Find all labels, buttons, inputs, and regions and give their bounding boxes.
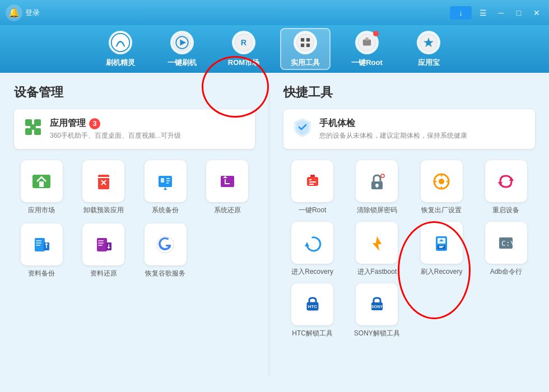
right-panel: 快捷工具 手机体检 您的设备从未体检，建议定期体检，保持系统健康 bbox=[269, 73, 549, 392]
svg-point-55 bbox=[381, 174, 384, 178]
left-panel: 设备管理 应用管理 3 360手机助手、百度桌面、百度视频...可升级 bbox=[0, 73, 269, 392]
tool-restore[interactable]: 系统还原 bbox=[200, 160, 255, 215]
svg-rect-36 bbox=[36, 245, 40, 246]
svg-point-19 bbox=[30, 124, 36, 130]
app-mgmt-subtitle: 360手机助手、百度桌面、百度视频...可升级 bbox=[50, 131, 246, 141]
backup-icon bbox=[145, 160, 187, 202]
tool-appstore[interactable]: 应用市场 bbox=[14, 160, 69, 215]
tool-restart[interactable]: 重启设备 bbox=[477, 160, 535, 215]
svg-rect-32 bbox=[221, 176, 234, 187]
close-button[interactable]: ✕ bbox=[530, 6, 543, 20]
svg-text:HTC: HTC bbox=[308, 304, 317, 309]
tool-fastboot[interactable]: 进入Fastboot bbox=[348, 222, 406, 277]
nav-label-brush: 刷机精灵 bbox=[106, 58, 135, 68]
restart-label: 重启设备 bbox=[492, 206, 519, 215]
uninstall-label: 卸载预装应用 bbox=[83, 206, 124, 215]
nav-item-brush[interactable]: 刷机精灵 bbox=[95, 28, 146, 70]
backup-label: 系统备份 bbox=[152, 206, 179, 215]
svg-rect-18 bbox=[34, 128, 41, 135]
notification-button[interactable]: 🔔 bbox=[6, 4, 22, 21]
title-bar: 🔔 登录 ↓ ☰ ─ □ ✕ bbox=[0, 0, 549, 25]
tool-sony[interactable]: SONY SONY解锁工具 bbox=[348, 283, 406, 338]
right-tools-row3: HTC HTC解锁工具 SONY SONY解锁工具 bbox=[283, 283, 535, 338]
tool-recovery[interactable]: 进入Recovery bbox=[283, 222, 341, 277]
tool-uninstall[interactable]: 卸载预装应用 bbox=[76, 160, 132, 215]
restore-label: 系统还原 bbox=[214, 206, 241, 215]
nav-item-onekey[interactable]: 一键刷机 bbox=[157, 28, 207, 70]
app-mgmt-banner[interactable]: 应用管理 3 360手机助手、百度桌面、百度视频...可升级 bbox=[14, 109, 255, 149]
svg-rect-8 bbox=[306, 38, 310, 41]
tool-backup[interactable]: 系统备份 bbox=[138, 160, 193, 215]
right-tools-row1: 一键Root 清除锁屏密码 bbox=[283, 160, 535, 215]
svg-rect-17 bbox=[25, 128, 32, 135]
app-icon bbox=[417, 31, 440, 54]
recovery-icon bbox=[291, 222, 333, 264]
svg-rect-21 bbox=[39, 181, 44, 187]
tool-htc[interactable]: HTC HTC解锁工具 bbox=[283, 283, 341, 338]
tool-oneroot[interactable]: 一键Root bbox=[283, 160, 341, 215]
left-tools-row2: 资料备份 资料还原 bbox=[14, 223, 255, 278]
svg-rect-41 bbox=[98, 242, 104, 244]
tool-factory[interactable]: 恢复出厂设置 bbox=[413, 160, 471, 215]
app-mgmt-text: 应用管理 3 360手机助手、百度桌面、百度视频...可升级 bbox=[50, 118, 246, 141]
svg-rect-40 bbox=[98, 240, 104, 241]
svg-rect-7 bbox=[301, 38, 304, 41]
oneroot-label: 一键Root bbox=[299, 206, 326, 215]
factory-icon bbox=[421, 160, 463, 202]
svg-marker-64 bbox=[305, 242, 309, 246]
minimize-button[interactable]: ─ bbox=[494, 6, 508, 20]
maximize-button[interactable]: □ bbox=[512, 6, 525, 20]
fastboot-icon bbox=[356, 222, 398, 264]
tool-flashrecovery[interactable]: 刷入Recovery bbox=[413, 222, 471, 277]
svg-text:_: _ bbox=[508, 242, 512, 249]
health-check-text: 手机体检 您的设备从未体检，建议定期体检，保持系统健康 bbox=[319, 118, 526, 141]
restart-icon bbox=[485, 160, 527, 202]
factory-label: 恢复出厂设置 bbox=[421, 206, 462, 215]
nav-label-onekey: 一键刷机 bbox=[168, 58, 197, 68]
flashrecovery-icon bbox=[421, 222, 463, 264]
download-button[interactable]: ↓ bbox=[450, 6, 472, 20]
recovery-label: 进入Recovery bbox=[291, 267, 333, 277]
app-mgmt-title-text: 应用管理 bbox=[50, 118, 86, 129]
tools-icon bbox=[294, 31, 317, 54]
htc-icon: HTC bbox=[291, 283, 333, 325]
hamburger-button[interactable]: ☰ bbox=[476, 6, 490, 20]
sony-icon: SONY bbox=[356, 283, 398, 325]
appstore-icon bbox=[21, 160, 63, 202]
title-bar-left: 🔔 登录 bbox=[6, 4, 40, 21]
nav-label-app: 应用宝 bbox=[418, 58, 440, 68]
health-check-title: 手机体检 bbox=[319, 118, 526, 129]
restore-icon bbox=[206, 160, 248, 202]
nav-item-tools[interactable]: 实用工具 bbox=[280, 28, 331, 70]
svg-rect-50 bbox=[310, 175, 315, 177]
tool-google[interactable]: 恢复谷歌服务 bbox=[138, 223, 193, 278]
svg-rect-42 bbox=[98, 245, 103, 246]
tool-datarestore[interactable]: 资料还原 bbox=[76, 223, 132, 278]
appstore-label: 应用市场 bbox=[28, 206, 55, 215]
svg-rect-16 bbox=[34, 119, 41, 126]
svg-point-57 bbox=[439, 179, 444, 184]
svg-point-0 bbox=[111, 33, 129, 51]
clearlock-label: 清除锁屏密码 bbox=[357, 206, 397, 215]
uninstall-icon bbox=[82, 160, 124, 202]
right-tools-row2: 进入Recovery 进入Fastboot bbox=[283, 222, 535, 277]
main-content: 设备管理 应用管理 3 360手机助手、百度桌面、百度视频...可升级 bbox=[0, 73, 549, 392]
svg-rect-13 bbox=[365, 38, 368, 40]
nav-item-root[interactable]: 一键Root bbox=[342, 28, 392, 70]
datarestore-icon bbox=[82, 223, 124, 265]
datarestore-label: 资料还原 bbox=[90, 269, 117, 278]
adb-icon: C:\ _ bbox=[485, 222, 527, 264]
tool-adb[interactable]: C:\ _ Adb命令行 bbox=[477, 222, 535, 277]
tool-clearlock[interactable]: 清除锁屏密码 bbox=[348, 160, 406, 215]
nav-item-rom[interactable]: R ROM市场 bbox=[218, 28, 269, 70]
app-mgmt-badge: 3 bbox=[89, 118, 100, 129]
health-check-banner[interactable]: 手机体检 您的设备从未体检，建议定期体检，保持系统健康 bbox=[283, 109, 535, 149]
shield-check-icon bbox=[292, 117, 313, 141]
nav-item-app[interactable]: 应用宝 bbox=[403, 28, 454, 70]
nav-items: 刷机精灵 一键刷机 R ROM市场 bbox=[95, 28, 454, 70]
svg-marker-65 bbox=[373, 236, 381, 251]
app-mgmt-title: 应用管理 3 bbox=[50, 118, 246, 129]
login-button[interactable]: 登录 bbox=[25, 8, 40, 18]
sony-label: SONY解锁工具 bbox=[354, 329, 400, 338]
tool-databackup[interactable]: 资料备份 bbox=[14, 223, 69, 278]
